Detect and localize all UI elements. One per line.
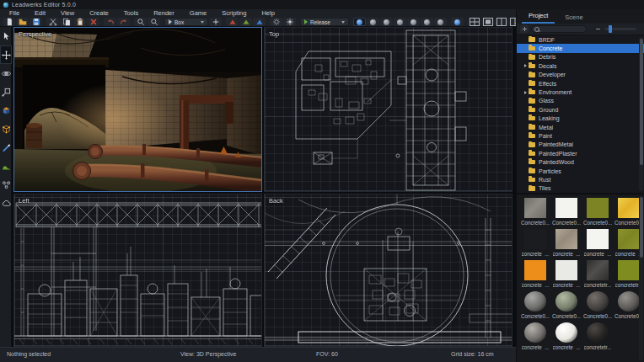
tree-item-particles[interactable]: Particles: [517, 167, 644, 175]
tree-item-rust[interactable]: Rust: [517, 175, 644, 184]
menu-edit[interactable]: Edit: [27, 9, 53, 18]
viewport-back[interactable]: Back: [264, 194, 513, 347]
rotate-tool-button[interactable]: [0, 64, 12, 83]
node-graph-tool-button[interactable]: [0, 175, 12, 194]
viewport-left[interactable]: Left: [13, 194, 262, 347]
scrollbar-thumb[interactable]: [640, 39, 643, 165]
viewport-perspective[interactable]: Perspective: [13, 27, 262, 192]
viewport-top[interactable]: Top: [264, 27, 513, 192]
render-settings-button[interactable]: [283, 18, 296, 26]
tree-item-developer[interactable]: Developer: [517, 71, 644, 79]
tree-item-effects[interactable]: Effects: [517, 79, 644, 88]
scale-tool-button[interactable]: [0, 83, 12, 101]
build-config-dropdown[interactable]: Release: [300, 18, 349, 26]
tree-item-tiles[interactable]: Tiles: [517, 184, 644, 193]
tree-item-glass[interactable]: Glass: [517, 97, 644, 105]
material-thumbnail[interactable]: concrete_...: [521, 229, 550, 260]
settings-button[interactable]: [270, 18, 282, 26]
material-thumbnail[interactable]: concretetr...: [583, 322, 612, 354]
material-preview-button[interactable]: [451, 18, 464, 26]
material-thumbnail[interactable]: Concrete0...: [583, 291, 612, 322]
brush-tool-button[interactable]: [0, 138, 12, 157]
material-thumbnail[interactable]: concretetr...: [583, 260, 612, 291]
scrollbar-thumb[interactable]: [640, 197, 643, 258]
tree-item-environment[interactable]: Environment: [517, 88, 644, 96]
material-thumbnail[interactable]: concrete_...: [521, 322, 550, 354]
menu-help[interactable]: Help: [254, 9, 282, 18]
material-thumbnail[interactable]: Concrete0...: [552, 291, 581, 322]
layout-single-button[interactable]: [481, 18, 494, 26]
copy-button[interactable]: [60, 18, 72, 26]
layout-quad-button[interactable]: [468, 18, 480, 26]
save-button[interactable]: [30, 18, 42, 26]
tree-item-paintedplaster[interactable]: PaintedPlaster: [517, 149, 644, 157]
render-mode-2-button[interactable]: [367, 18, 379, 26]
redo-button[interactable]: [117, 18, 130, 26]
paste-button[interactable]: [73, 18, 86, 26]
add-primitive-button[interactable]: [209, 18, 222, 26]
tree-item-ground[interactable]: Ground: [517, 105, 644, 114]
render-mode-1-button[interactable]: [353, 18, 366, 26]
menu-create[interactable]: Create: [82, 9, 116, 18]
thumbnail-size-slider[interactable]: [604, 28, 636, 30]
vertex-tool-button[interactable]: [0, 120, 12, 138]
material-thumbnail[interactable]: concrete_...: [583, 229, 612, 260]
menu-tools[interactable]: Tools: [116, 9, 147, 18]
csg-blue-button[interactable]: [253, 18, 266, 26]
undo-button[interactable]: [104, 18, 116, 26]
menu-scripting[interactable]: Scripting: [214, 9, 254, 18]
menu-game[interactable]: Game: [182, 9, 214, 18]
layout-split-vertical-button[interactable]: [495, 18, 507, 26]
folder-icon: [529, 90, 535, 95]
tab-project[interactable]: Project: [522, 10, 555, 24]
material-thumbnail[interactable]: Concrete0...: [521, 198, 550, 229]
menu-file[interactable]: File: [2, 9, 27, 18]
material-thumbnail[interactable]: concrete_...: [552, 229, 581, 260]
add-asset-button[interactable]: [520, 25, 529, 33]
cut-button[interactable]: [46, 18, 59, 26]
tree-scrollbar[interactable]: [639, 37, 643, 191]
tree-item-debris[interactable]: Debris: [517, 53, 644, 61]
material-thumbnail[interactable]: concrete_...: [521, 260, 550, 291]
material-thumbnail[interactable]: Concrete0...: [521, 291, 550, 322]
tree-item-leaking[interactable]: Leaking: [517, 114, 644, 123]
move-tool-button[interactable]: [0, 45, 12, 64]
tree-item-concrete[interactable]: Concrete: [517, 44, 644, 52]
expand-arrow-icon[interactable]: [524, 91, 527, 94]
tree-item-label: Ground: [539, 107, 558, 113]
delete-button[interactable]: [87, 18, 99, 26]
render-mode-3-button[interactable]: [380, 18, 393, 26]
material-thumbnail[interactable]: concrete_...: [552, 322, 581, 354]
tab-scene[interactable]: Scene: [558, 12, 589, 24]
select-tool-button[interactable]: [0, 27, 12, 45]
csg-red-button[interactable]: [226, 18, 239, 26]
expand-arrow-icon[interactable]: [524, 64, 527, 67]
slider-handle[interactable]: [609, 25, 612, 33]
new-file-button[interactable]: [3, 18, 15, 26]
render-mode-5-button[interactable]: [407, 18, 420, 26]
tree-item-paintedwood[interactable]: PaintedWood: [517, 157, 644, 166]
face-tool-button[interactable]: [0, 101, 12, 120]
tree-item-metal[interactable]: Metal: [517, 123, 644, 131]
primitive-dropdown[interactable]: Box: [164, 18, 208, 26]
tree-item-paint[interactable]: Paint: [517, 131, 644, 140]
tree-item-decals[interactable]: Decals: [517, 61, 644, 70]
terrain-tool-button[interactable]: [0, 157, 12, 175]
tree-item-paintedmetal[interactable]: PaintedMetal: [517, 141, 644, 149]
render-mode-4-button[interactable]: [394, 18, 406, 26]
render-mode-6-button[interactable]: [421, 18, 433, 26]
menu-view[interactable]: View: [53, 9, 82, 18]
render-mode-7-button[interactable]: [434, 18, 447, 26]
search-input[interactable]: [541, 26, 583, 32]
csg-green-button[interactable]: [239, 18, 252, 26]
materials-scrollbar[interactable]: [639, 196, 643, 360]
material-thumbnail[interactable]: concrete_...: [552, 260, 581, 291]
zoom-region-button[interactable]: [148, 18, 160, 26]
zoom-button[interactable]: [134, 18, 147, 26]
menu-render[interactable]: Render: [146, 9, 182, 18]
tree-item-brdf[interactable]: BRDF: [517, 35, 644, 44]
material-thumbnail[interactable]: Concrete0...: [552, 198, 581, 229]
open-button[interactable]: [16, 18, 29, 26]
material-thumbnail[interactable]: Concrete0...: [583, 198, 612, 229]
cloud-tool-button[interactable]: [0, 194, 12, 212]
